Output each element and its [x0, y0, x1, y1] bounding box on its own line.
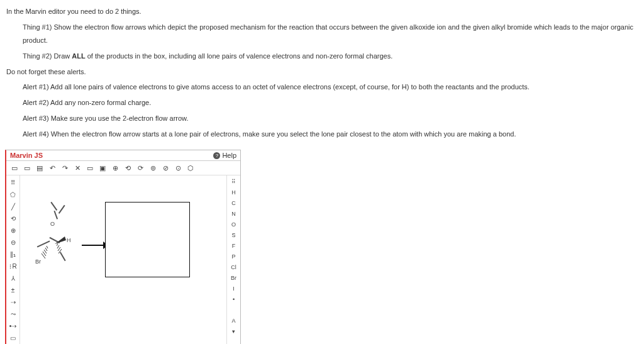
element-blank-button[interactable] — [228, 305, 240, 315]
right-toolbar: ⠿ H C N O S F P Cl Br I • A ▾ — [226, 175, 240, 344]
tool-settings-icon[interactable]: ⊙ — [172, 162, 184, 174]
tool-electron-flow-icon[interactable]: ⇢ — [8, 296, 19, 308]
bond — [58, 205, 65, 214]
alert1-text: Alert #1) Add all lone pairs of valence … — [6, 80, 638, 94]
editor-header: Marvin JS ? Help — [6, 150, 240, 161]
tool-new-icon[interactable]: ▭ — [9, 162, 20, 174]
left-toolbar: ⠿ ⬠ ╱ ⟲ ⊕ ⊖ ‖₁ ⫶R ⅄ ± ⇢ ⤳ •⇢ ▭ ▾ — [6, 175, 20, 344]
element-o-button[interactable]: O — [228, 219, 240, 230]
top-toolbar: ▭ ▭ ▤ ↶ ↷ ✕ ▭ ▣ ⊕ ⟲ ⟳ ⊚ ⊘ ⊙ ⬡ — [6, 161, 240, 175]
tool-radical-icon[interactable]: •⇢ — [8, 320, 19, 331]
tool-charge-plus-icon[interactable]: ⊕ — [8, 225, 19, 236]
thing2-bold: ALL — [72, 52, 85, 60]
tool-arrow-icon[interactable]: ⤳ — [8, 308, 19, 319]
element-more-icon[interactable]: ▾ — [228, 326, 240, 336]
alert4-text: Alert #4) When the electron flow arrow s… — [6, 128, 638, 141]
tool-plusminus-icon[interactable]: ± — [8, 284, 19, 296]
thing2-text: Thing #2) Draw ALL of the products in th… — [6, 50, 638, 63]
tool-copy-icon[interactable]: ▭ — [84, 162, 96, 174]
element-a-button[interactable]: A — [228, 316, 240, 326]
element-radical-button[interactable]: • — [228, 294, 240, 304]
tool-2d-icon[interactable]: ⟲ — [122, 162, 133, 174]
tool-open-icon[interactable]: ▭ — [21, 162, 33, 174]
element-f-button[interactable]: F — [228, 241, 240, 251]
bond — [51, 202, 57, 211]
tool-erase-icon[interactable]: ⬠ — [8, 189, 19, 200]
tool-zoom-icon[interactable]: ⊕ — [109, 162, 121, 174]
tool-charge-minus-icon[interactable]: ⊖ — [8, 236, 19, 248]
product-box[interactable] — [105, 202, 190, 277]
tool-about-icon[interactable]: ⬡ — [185, 162, 196, 174]
drawing-canvas[interactable]: O H Br — [20, 175, 226, 344]
reaction-arrow-line — [82, 245, 104, 246]
svg-line-8 — [58, 247, 60, 251]
br-atom-label: Br — [35, 258, 41, 265]
thing2-prefix: Thing #2) Draw — [23, 52, 72, 60]
help-link[interactable]: ? Help — [213, 152, 236, 159]
tool-save-icon[interactable]: ▤ — [34, 162, 45, 174]
svg-line-1 — [47, 246, 48, 248]
intro-text: In the Marvin editor you need to do 2 th… — [6, 5, 638, 18]
element-p-button[interactable]: P — [228, 252, 240, 262]
tool-select-icon[interactable]: ⠿ — [8, 177, 19, 188]
h-atom-label: H — [67, 237, 71, 243]
o-atom-label: O — [50, 221, 55, 227]
tool-3d-icon[interactable]: ⟳ — [135, 162, 146, 174]
tool-rgroup-icon[interactable]: ⫶R — [8, 260, 19, 272]
help-icon: ? — [213, 152, 220, 159]
tool-undo-icon[interactable]: ↶ — [47, 162, 58, 174]
tool-lonepair-icon[interactable]: ‖₁ — [8, 248, 19, 260]
element-cl-button[interactable]: Cl — [228, 262, 240, 272]
element-s-button[interactable]: S — [228, 230, 240, 240]
element-h-button[interactable]: H — [228, 187, 240, 197]
svg-line-3 — [44, 250, 47, 253]
help-label: Help — [222, 152, 236, 159]
alerts-intro-text: Do not forget these alerts. — [6, 65, 638, 79]
tool-atom-icon[interactable]: ⅄ — [8, 272, 19, 284]
tool-redo-icon[interactable]: ↷ — [59, 162, 70, 174]
periodic-table-icon[interactable]: ⠿ — [228, 177, 240, 187]
alert2-text: Alert #2) Add any non-zero formal charge… — [6, 96, 638, 109]
marvin-editor: Marvin JS ? Help ▭ ▭ ▤ ↶ ↷ ✕ ▭ ▣ ⊕ ⟲ ⟳ ⊚… — [5, 150, 241, 344]
tool-view-icon[interactable]: ⊚ — [147, 162, 158, 174]
tool-rectangle-icon[interactable]: ▭ — [8, 332, 19, 343]
element-i-button[interactable]: I — [228, 284, 240, 294]
thing1-text: Thing #1) Show the electron flow arrows … — [6, 21, 638, 47]
svg-line-2 — [45, 248, 47, 251]
svg-line-7 — [57, 245, 59, 248]
element-n-button[interactable]: N — [228, 209, 240, 219]
tool-cut-icon[interactable]: ✕ — [72, 162, 83, 174]
element-c-button[interactable]: C — [228, 198, 240, 208]
element-br-button[interactable]: Br — [228, 273, 240, 283]
bond — [54, 211, 58, 219]
wedge-hash-icon — [38, 246, 52, 260]
alert3-text: Alert #3) Make sure you use the 2-electr… — [6, 112, 638, 125]
tool-paste-icon[interactable]: ▣ — [97, 162, 108, 174]
svg-line-6 — [57, 243, 58, 246]
tool-bond-icon[interactable]: ╱ — [8, 201, 19, 212]
tool-clear-icon[interactable]: ⊘ — [160, 162, 171, 174]
thing2-suffix: of the products in the box, including al… — [86, 52, 393, 60]
tool-chain-icon[interactable]: ⟲ — [8, 213, 19, 224]
editor-title: Marvin JS — [10, 152, 43, 159]
